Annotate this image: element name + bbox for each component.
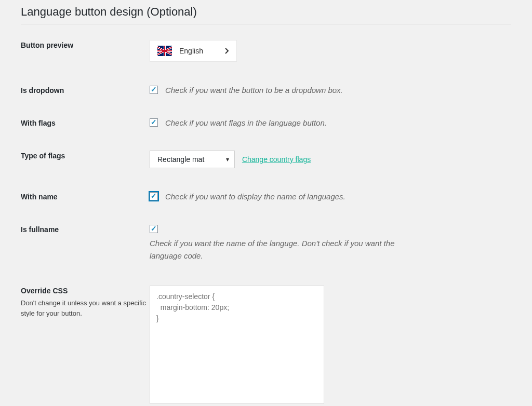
- hint-with-name: Check if you want to display the name of…: [165, 192, 345, 201]
- textarea-override-css[interactable]: [150, 286, 324, 404]
- language-preview-button[interactable]: English: [150, 40, 237, 62]
- row-type-of-flags: Type of flags Rectangle mat Change count…: [21, 151, 511, 168]
- row-with-name: With name Check if you want to display t…: [21, 192, 511, 201]
- checkbox-is-fullname[interactable]: [150, 225, 158, 233]
- section-title: Language button design (Optional): [21, 0, 511, 24]
- link-change-country-flags[interactable]: Change country flags: [242, 155, 311, 164]
- select-type-of-flags[interactable]: Rectangle mat: [150, 151, 235, 168]
- row-override-css: Override CSS Don't change it unless you …: [21, 286, 511, 404]
- checkbox-with-name[interactable]: [150, 192, 158, 200]
- label-with-flags: With flags: [21, 119, 150, 127]
- uk-flag-icon: [157, 46, 172, 56]
- hint-is-dropdown: Check if you want the button to be a dro…: [165, 86, 343, 94]
- row-is-dropdown: Is dropdown Check if you want the button…: [21, 85, 511, 94]
- checkbox-with-flags[interactable]: [150, 118, 158, 127]
- label-with-name: With name: [21, 193, 150, 201]
- language-name: English: [179, 47, 225, 55]
- hint-is-fullname: Check if you want the name of the langug…: [150, 237, 409, 262]
- row-with-flags: With flags Check if you want flags in th…: [21, 118, 511, 127]
- label-type-of-flags: Type of flags: [21, 152, 150, 160]
- sub-override-css: Don't change it unless you want a specif…: [21, 298, 150, 318]
- label-override-css: Override CSS: [21, 287, 150, 295]
- hint-with-flags: Check if you want flags in the language …: [165, 118, 327, 127]
- label-is-fullname: Is fullname: [21, 225, 150, 234]
- label-button-preview: Button preview: [21, 41, 150, 49]
- row-button-preview: Button preview English: [21, 40, 511, 62]
- checkbox-is-dropdown[interactable]: [150, 86, 158, 94]
- row-is-fullname: Is fullname Check if you want the name o…: [21, 224, 511, 262]
- label-is-dropdown: Is dropdown: [21, 86, 150, 94]
- chevron-right-icon: [225, 48, 229, 54]
